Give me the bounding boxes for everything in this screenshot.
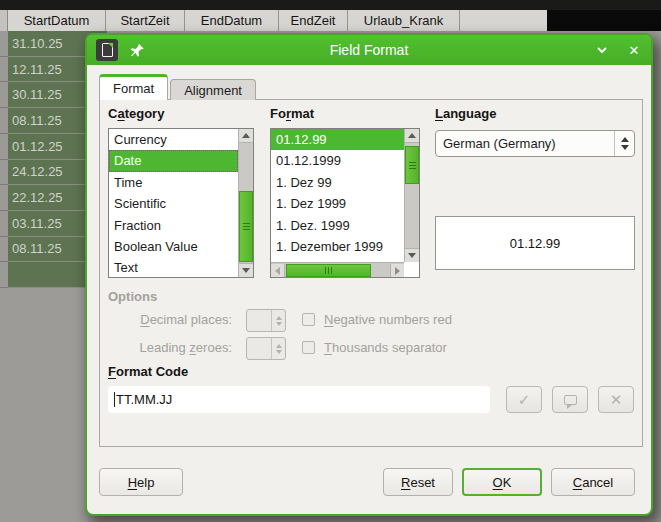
column-header-urlaub-krank[interactable]: Urlaub_Krank — [348, 10, 460, 31]
scroll-left-button[interactable] — [271, 264, 285, 277]
scroll-down-button[interactable] — [405, 248, 419, 262]
tab-alignment[interactable]: Alignment — [170, 79, 256, 100]
format-scrollbar-horizontal[interactable] — [271, 262, 404, 277]
remove-format-button[interactable]: ✕ — [598, 386, 634, 413]
format-item[interactable]: 1. Dezember 1999 — [271, 236, 404, 257]
comment-icon — [564, 395, 577, 405]
screen: StartDatum StartZeit EndDatum EndZeit Ur… — [0, 0, 661, 522]
tab-bar: Format Alignment — [99, 75, 256, 100]
pin-icon[interactable] — [130, 43, 145, 58]
dialog-titlebar[interactable]: Field Format ✕ — [87, 35, 651, 65]
negative-numbers-red-label: Negative numbers red — [324, 312, 452, 327]
scroll-up-button[interactable] — [405, 129, 419, 143]
category-item[interactable]: Fraction — [109, 215, 238, 236]
dialog-title: Field Format — [87, 42, 651, 58]
format-item[interactable]: 1. Dez 1999 — [271, 193, 404, 214]
decimal-places-spinner[interactable] — [246, 309, 286, 332]
tab-format[interactable]: Format — [99, 74, 168, 100]
format-preview-box: 01.12.99 — [435, 216, 635, 270]
category-scrollbar[interactable] — [238, 129, 253, 277]
scroll-right-button[interactable] — [390, 264, 404, 277]
format-item-selected[interactable]: 01.12.99 — [271, 129, 404, 150]
format-code-label: Format Code — [108, 364, 188, 379]
column-header-startzeit[interactable]: StartZeit — [106, 10, 185, 31]
scrollbar-thumb[interactable] — [239, 191, 253, 262]
libreoffice-document-icon — [96, 39, 118, 61]
negative-numbers-red-checkbox[interactable] — [302, 313, 315, 326]
close-icon[interactable]: ✕ — [626, 42, 642, 58]
add-format-button[interactable]: ✓ — [506, 386, 542, 413]
reset-button[interactable]: Reset — [383, 468, 453, 496]
scroll-up-button[interactable] — [239, 129, 253, 143]
category-listbox[interactable]: Currency Date Time Scientific Fraction B… — [108, 128, 254, 278]
category-item[interactable]: Time — [109, 172, 238, 193]
column-header-empty — [460, 10, 547, 31]
language-label: Language — [435, 106, 496, 121]
leading-zeroes-label: Leading zeroes: — [108, 340, 232, 355]
header-void-area — [547, 10, 661, 31]
leading-zeroes-spinner[interactable] — [246, 337, 286, 360]
table-corner-cell — [0, 10, 8, 31]
spinner-arrows-icon — [271, 338, 285, 359]
format-code-input[interactable]: TT.MM.JJ — [108, 386, 490, 413]
table-header-row: StartDatum StartZeit EndDatum EndZeit Ur… — [0, 10, 547, 31]
delete-icon: ✕ — [610, 391, 623, 409]
format-item[interactable]: 1. Dez. 1999 — [271, 215, 404, 236]
language-value: German (Germany) — [436, 136, 614, 151]
category-label: Category — [108, 106, 164, 121]
edit-comment-button[interactable] — [552, 386, 588, 413]
category-item[interactable]: Currency — [109, 129, 238, 150]
chevron-down-icon[interactable] — [594, 42, 610, 58]
category-item[interactable]: Scientific — [109, 193, 238, 214]
ok-button[interactable]: OK — [462, 468, 542, 496]
format-tab-panel: Category Currency Date Time Scientific F… — [99, 99, 643, 447]
scrollbar-thumb[interactable] — [405, 146, 419, 184]
preview-value: 01.12.99 — [510, 236, 561, 251]
thousands-separator-checkbox[interactable] — [302, 341, 315, 354]
format-item[interactable]: 01.12.1999 — [271, 150, 404, 171]
column-header-endzeit[interactable]: EndZeit — [279, 10, 348, 31]
cancel-button[interactable]: Cancel — [551, 468, 635, 496]
format-item[interactable]: 1. Dez 99 — [271, 172, 404, 193]
format-label: Format — [270, 106, 314, 121]
column-header-enddatum[interactable]: EndDatum — [185, 10, 279, 31]
field-format-dialog: Field Format ✕ Format Alignment Category… — [85, 33, 653, 516]
language-dropdown[interactable]: German (Germany) — [435, 130, 635, 157]
format-scrollbar-vertical[interactable] — [404, 129, 419, 262]
dialog-footer: Help Reset OK Cancel — [99, 468, 635, 496]
help-button[interactable]: Help — [99, 468, 183, 496]
spinner-arrows-icon — [271, 310, 285, 331]
text-caret — [114, 392, 115, 407]
format-code-value: TT.MM.JJ — [116, 392, 172, 407]
category-item[interactable]: Boolean Value — [109, 236, 238, 257]
category-item[interactable]: Text — [109, 257, 238, 277]
scrollbar-thumb[interactable] — [286, 264, 371, 277]
options-label: Options — [108, 289, 157, 304]
scroll-down-button[interactable] — [239, 263, 253, 277]
format-listbox[interactable]: 01.12.99 01.12.1999 1. Dez 99 1. Dez 199… — [270, 128, 420, 278]
column-header-startdatum[interactable]: StartDatum — [8, 10, 106, 31]
check-icon: ✓ — [518, 391, 531, 409]
thousands-separator-label: Thousands separator — [324, 340, 447, 355]
app-top-strip — [0, 0, 661, 10]
decimal-places-label: Decimal places: — [108, 312, 232, 327]
dropdown-arrows-icon — [614, 131, 634, 156]
category-item-selected[interactable]: Date — [109, 150, 238, 171]
